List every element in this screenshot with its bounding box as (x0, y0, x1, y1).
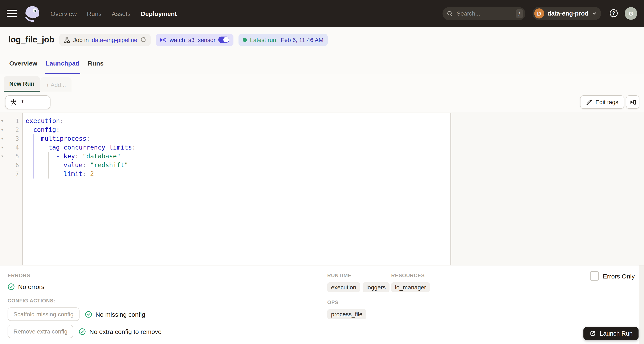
errors-only-control[interactable]: Errors Only (590, 271, 635, 281)
job-location-prefix: Job in (73, 36, 89, 43)
indent-guide (56, 170, 56, 178)
dagster-logo[interactable] (24, 5, 41, 22)
indent-guide (33, 161, 34, 170)
search-icon (446, 10, 453, 16)
scaffold-status-text: No missing config (96, 311, 145, 318)
no-errors-text: No errors (18, 283, 44, 290)
deployment-switcher[interactable]: D data-eng-prod (532, 7, 601, 20)
session-tab-add[interactable]: + Add... (40, 77, 72, 92)
fold-arrow[interactable]: ▾ (0, 152, 8, 161)
line-number: 3 (8, 134, 22, 143)
scaffold-missing-config-button[interactable]: Scaffold missing config (8, 308, 80, 321)
deployment-name: data-eng-prod (548, 10, 588, 17)
job-graph-icon (63, 36, 70, 43)
top-nav: Overview Runs Assets Deployment / D data… (0, 0, 644, 27)
config-tag[interactable]: io_manager (391, 282, 430, 292)
search-input[interactable] (456, 10, 516, 17)
indent-guide (26, 170, 26, 178)
indent-guide (41, 161, 41, 170)
fold-arrow[interactable]: ▾ (0, 143, 8, 152)
edit-tags-label: Edit tags (596, 99, 618, 105)
tab-launchpad[interactable]: Launchpad (45, 52, 80, 74)
code-line: tag_concurrency_limits: (23, 143, 450, 152)
latest-run-time[interactable]: Feb 6, 11:46 AM (281, 36, 324, 43)
line-number: 1 (8, 117, 22, 126)
job-header: log_file_job Job in data-eng-pipeline wa… (0, 27, 644, 52)
remove-status: No extra config to remove (79, 328, 162, 335)
bottom-panel: ERRORS No errors CONFIG ACTIONS: Scaffol… (0, 265, 644, 344)
errors-panel: ERRORS No errors CONFIG ACTIONS: Scaffol… (0, 265, 322, 344)
pencil-icon (586, 99, 592, 105)
config-tag[interactable]: loggers (362, 282, 390, 292)
config-code-area[interactable]: execution:config:multiprocess:tag_concur… (23, 113, 450, 265)
code-line: multiprocess: (23, 134, 450, 143)
deployment-initial-badge: D (534, 8, 544, 18)
session-tab-new-run[interactable]: New Run (4, 76, 40, 92)
page-tabs: Overview Launchpad Runs (0, 52, 644, 74)
sensor-name[interactable]: watch_s3_sensor (170, 36, 216, 43)
code-line: execution: (23, 117, 450, 126)
user-avatar[interactable]: G (625, 7, 637, 20)
scaffold-status: No missing config (85, 311, 145, 318)
nav-item-runs[interactable]: Runs (87, 10, 102, 17)
errors-only-checkbox[interactable] (590, 271, 599, 281)
config-tag[interactable]: process_file (327, 309, 366, 319)
scaffold-action-row: Scaffold missing config No missing confi… (8, 308, 314, 321)
launch-run-button[interactable]: Launch Run (584, 327, 638, 340)
remove-status-text: No extra config to remove (90, 328, 162, 335)
sensor-toggle[interactable] (218, 36, 230, 43)
indent-guide (48, 161, 49, 170)
op-selector-value: * (20, 99, 24, 106)
check-circle-icon (85, 311, 92, 318)
nav-items: Overview Runs Assets Deployment (50, 10, 177, 17)
remove-extra-config-button[interactable]: Remove extra config (8, 325, 74, 338)
dagster-app: Overview Runs Assets Deployment / D data… (0, 0, 644, 344)
indent-guide (26, 134, 26, 143)
editor-split-handle[interactable] (450, 113, 451, 265)
sensor-pill: watch_s3_sensor (156, 33, 234, 46)
fold-arrow[interactable]: ▾ (0, 126, 8, 134)
indent-guide (26, 126, 26, 134)
help-icon[interactable]: ? (609, 8, 619, 18)
editor-gutter: ▾1▾2▾3▾4▾567 (0, 113, 23, 265)
errors-only-label: Errors Only (603, 272, 635, 280)
search-shortcut-key: / (516, 9, 523, 18)
nav-item-assets[interactable]: Assets (112, 10, 130, 17)
search-box[interactable]: / (442, 7, 525, 20)
tab-runs[interactable]: Runs (87, 52, 104, 74)
indent-guide (26, 161, 26, 170)
hamburger-menu-icon[interactable] (7, 10, 17, 17)
page-title: log_file_job (8, 35, 54, 44)
svg-text:?: ? (612, 10, 615, 16)
session-tabs: New Run + Add... (0, 74, 644, 92)
ops-tags: process_file (327, 309, 366, 319)
reload-icon[interactable] (140, 36, 146, 43)
tab-overview[interactable]: Overview (8, 52, 38, 74)
play-pane-icon (629, 99, 636, 106)
config-tag[interactable]: execution (327, 282, 360, 292)
edit-tags-button[interactable]: Edit tags (580, 95, 624, 109)
indent-guide (26, 152, 26, 161)
indent-guide (26, 143, 26, 152)
line-number: 6 (8, 161, 22, 170)
config-editor: ▾1▾2▾3▾4▾567 execution:config:multiproce… (0, 113, 644, 265)
nav-item-deployment[interactable]: Deployment (141, 10, 177, 17)
line-number: 4 (8, 143, 22, 152)
indent-guide (41, 152, 41, 161)
indent-guide (56, 161, 56, 170)
config-actions-label: CONFIG ACTIONS: (8, 298, 314, 304)
expand-pane-button[interactable] (626, 95, 639, 109)
fold-arrow[interactable]: ▾ (0, 134, 8, 143)
indent-guide (33, 152, 34, 161)
runtime-label: RUNTIME (327, 273, 390, 279)
nav-right: / D data-eng-prod ? G (442, 7, 644, 20)
job-location-pill: Job in data-eng-pipeline (59, 33, 150, 46)
job-location-link[interactable]: data-eng-pipeline (92, 36, 137, 43)
check-circle-icon (8, 283, 15, 290)
fold-arrow[interactable]: ▾ (0, 117, 8, 126)
nav-item-overview[interactable]: Overview (50, 10, 77, 17)
panel-scrollbar[interactable] (639, 265, 644, 344)
indent-guide (48, 170, 49, 178)
op-selector-input[interactable]: * (5, 95, 50, 109)
structure-panel: Errors Only RUNTIME executionloggers RES… (322, 265, 644, 344)
